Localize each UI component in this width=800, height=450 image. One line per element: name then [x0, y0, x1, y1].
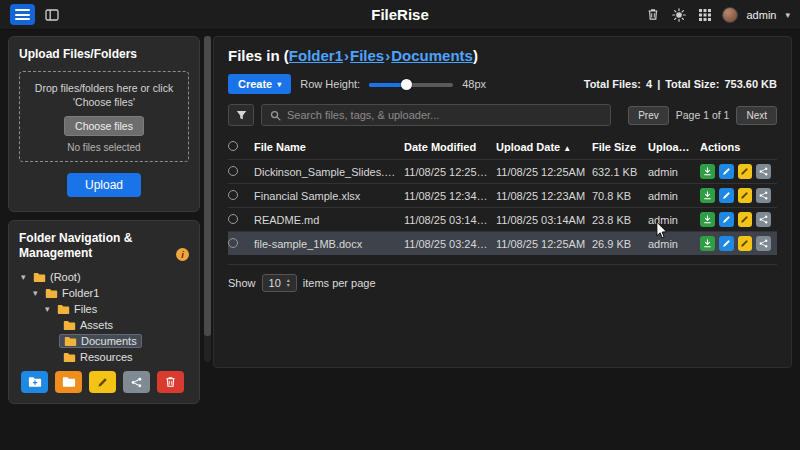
topbar: FileRise admin ▾ [0, 0, 800, 30]
search-box[interactable] [261, 104, 611, 126]
row-checkbox[interactable] [228, 238, 238, 248]
breadcrumb-documents[interactable]: Documents [391, 47, 473, 64]
download-button[interactable] [700, 164, 715, 179]
tree-item-files[interactable]: ▾Files [19, 301, 189, 317]
table-footer: Show 10 ▴▾ items per page [228, 264, 777, 292]
rename-folder-button[interactable] [89, 371, 116, 393]
select-all-checkbox[interactable] [228, 141, 238, 151]
pencil-icon [97, 377, 108, 388]
row-checkbox[interactable] [228, 190, 238, 200]
table-row[interactable]: file-sample_1MB.docx 11/08/25 03:24AM 11… [228, 231, 777, 255]
breadcrumb-files[interactable]: Files [350, 47, 384, 64]
pencil-icon [740, 215, 749, 224]
dropzone[interactable]: Drop files/folders here or click 'Choose… [19, 71, 189, 162]
prev-page-button[interactable]: Prev [628, 106, 669, 125]
row-actions [700, 188, 777, 203]
tree-item-root[interactable]: ▾(Root) [19, 269, 189, 285]
per-page-select[interactable]: 10 ▴▾ [262, 274, 297, 292]
rename-button[interactable] [738, 188, 753, 203]
folder-icon [57, 304, 70, 315]
table-row[interactable]: README.md 11/08/25 03:14AM 11/08/25 03:1… [228, 207, 777, 231]
share-button[interactable] [756, 212, 771, 227]
edit-button[interactable] [719, 188, 734, 203]
share-button[interactable] [756, 164, 771, 179]
sun-icon [672, 8, 686, 22]
create-folder-button[interactable] [21, 371, 48, 393]
pencil-icon [722, 239, 731, 248]
avatar[interactable] [722, 7, 738, 23]
caret-down-icon[interactable]: ▾ [45, 304, 53, 314]
folder-icon [62, 376, 76, 388]
share-folder-button[interactable] [123, 371, 150, 393]
scrollbar[interactable] [204, 36, 211, 362]
choose-files-button[interactable]: Choose files [64, 116, 144, 136]
date-modified: 11/08/25 03:24AM [404, 238, 496, 250]
download-button[interactable] [700, 188, 715, 203]
upload-button[interactable]: Upload [67, 173, 141, 197]
tree-item-assets[interactable]: Assets [19, 317, 189, 333]
file-size: 26.9 KB [592, 238, 648, 250]
row-height-label: Row Height: [300, 78, 360, 90]
tree-item-documents[interactable]: Documents [19, 333, 189, 349]
tree-item-resources[interactable]: Resources [19, 349, 189, 365]
column-header-file-size[interactable]: File Size [592, 141, 648, 153]
breadcrumb-folder1[interactable]: Folder1 [289, 47, 343, 64]
apps-grid-button[interactable] [697, 7, 713, 23]
caret-down-icon[interactable]: ▾ [21, 272, 29, 282]
column-header-upload-date[interactable]: Upload Date ▲ [496, 141, 592, 153]
rename-button[interactable] [738, 236, 753, 251]
filter-button[interactable] [228, 104, 254, 126]
delete-folder-button[interactable] [157, 371, 184, 393]
hamburger-menu-button[interactable] [10, 4, 35, 25]
chevron-down-icon[interactable]: ▾ [785, 10, 790, 20]
username[interactable]: admin [747, 9, 777, 21]
panels-toggle-button[interactable] [43, 7, 61, 23]
row-height-slider[interactable] [369, 78, 453, 90]
column-header-file-name[interactable]: File Name [254, 141, 404, 153]
folder-actions [21, 371, 184, 393]
move-folder-button[interactable] [55, 371, 82, 393]
uploader: admin [648, 238, 700, 250]
folder-icon [45, 288, 58, 299]
pencil-icon [722, 215, 731, 224]
caret-down-icon: ▾ [277, 80, 281, 89]
table-row[interactable]: Financial Sample.xlsx 11/08/25 12:34AM 1… [228, 183, 777, 207]
row-checkbox[interactable] [228, 214, 238, 224]
upload-card-title: Upload Files/Folders [19, 47, 189, 62]
download-button[interactable] [700, 236, 715, 251]
folder-tree: ▾(Root) ▾Folder1 ▾Files Assets Documents… [19, 269, 189, 365]
search-input[interactable] [287, 109, 602, 121]
trash-button[interactable] [645, 6, 661, 23]
create-button[interactable]: Create▾ [228, 74, 291, 94]
slider-thumb[interactable] [401, 79, 412, 90]
rename-button[interactable] [738, 164, 753, 179]
share-button[interactable] [756, 188, 771, 203]
download-button[interactable] [700, 212, 715, 227]
share-icon [759, 215, 768, 224]
total-size-value: 753.60 KB [724, 78, 777, 90]
theme-toggle-button[interactable] [670, 6, 688, 24]
column-header-date-modified[interactable]: Date Modified [404, 141, 496, 153]
edit-button[interactable] [719, 164, 734, 179]
rename-button[interactable] [738, 212, 753, 227]
file-name[interactable]: file-sample_1MB.docx [254, 238, 404, 250]
edit-button[interactable] [719, 212, 734, 227]
tree-item-folder1[interactable]: ▾Folder1 [19, 285, 189, 301]
column-header-uploader[interactable]: Uploader [648, 141, 700, 153]
info-icon[interactable]: i [176, 248, 189, 261]
uploader: admin [648, 214, 700, 226]
caret-down-icon[interactable]: ▾ [33, 288, 41, 298]
edit-button[interactable] [719, 236, 734, 251]
per-page-value: 10 [269, 277, 281, 289]
file-name[interactable]: Financial Sample.xlsx [254, 190, 404, 202]
pagination: Prev Page 1 of 1 Next [628, 106, 777, 125]
share-button[interactable] [756, 236, 771, 251]
file-name[interactable]: Dickinson_Sample_Slides.pptx [254, 166, 404, 178]
row-checkbox[interactable] [228, 166, 238, 176]
upload-date: 11/08/25 12:23AM [496, 190, 592, 202]
pencil-icon [722, 191, 731, 200]
file-name[interactable]: README.md [254, 214, 404, 226]
table-row[interactable]: Dickinson_Sample_Slides.pptx 11/08/25 12… [228, 159, 777, 183]
next-page-button[interactable]: Next [736, 106, 777, 125]
scrollbar-thumb[interactable] [204, 36, 211, 336]
